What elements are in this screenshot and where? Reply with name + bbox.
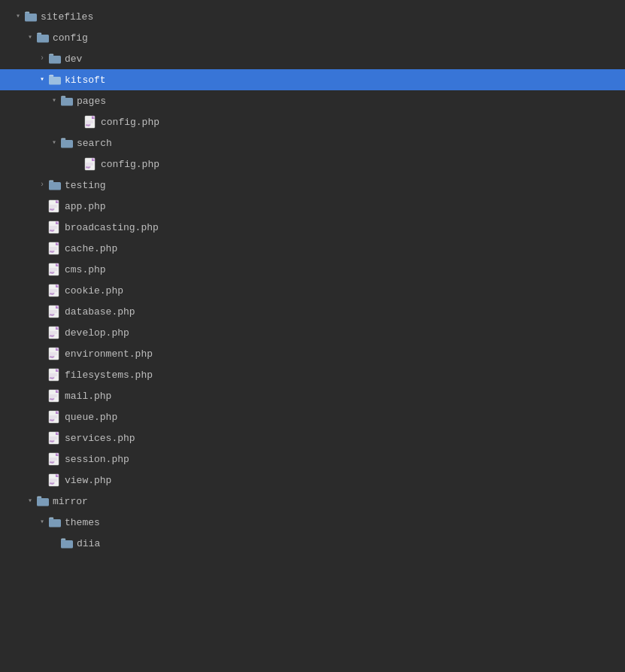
chevron-icon — [36, 74, 48, 86]
php-file-icon: PHP — [48, 452, 62, 466]
item-label: config.php — [101, 159, 159, 170]
item-label: database.php — [65, 306, 135, 318]
svg-text:PHP: PHP — [50, 482, 54, 485]
folder-icon — [36, 494, 50, 508]
folder-icon — [36, 31, 50, 44]
php-file-icon: PHP — [48, 305, 62, 318]
svg-rect-44 — [56, 284, 59, 287]
tree-item-pages[interactable]: pages — [0, 90, 625, 111]
php-file-icon: PHP — [48, 284, 62, 297]
tree-item-mail-php[interactable]: PHP mail.php — [0, 385, 625, 406]
tree-item-cookie-php[interactable]: PHP cookie.php — [0, 280, 625, 301]
php-file-icon: PHP — [84, 157, 98, 171]
svg-text:PHP: PHP — [50, 314, 54, 317]
tree-item-filesystems-php[interactable]: PHP filesystems.php — [0, 364, 625, 385]
tree-item-cms-php[interactable]: PHP cms.php — [0, 259, 625, 280]
tree-item-view-php[interactable]: PHP view.php — [0, 470, 625, 491]
svg-text:PHP: PHP — [50, 419, 54, 422]
tree-item-config-php-2[interactable]: PHP config.php — [0, 154, 625, 175]
svg-rect-9 — [92, 158, 95, 161]
folder-icon — [60, 537, 74, 550]
tree-item-themes[interactable]: themes — [0, 512, 625, 533]
chevron-icon — [12, 11, 24, 23]
tree-item-app-php[interactable]: PHP app.php — [0, 196, 625, 217]
chevron-icon — [24, 32, 36, 44]
svg-text:PHP: PHP — [50, 440, 54, 443]
php-file-icon: PHP — [48, 326, 62, 339]
tree-item-mirror[interactable]: mirror — [0, 491, 625, 512]
tree-item-database-php[interactable]: PHP database.php — [0, 301, 625, 322]
svg-rect-107 — [56, 474, 59, 477]
php-file-icon: PHP — [48, 242, 62, 255]
tree-item-broadcasting-php[interactable]: PHP broadcasting.php — [0, 217, 625, 238]
php-file-icon: PHP — [48, 220, 62, 234]
item-label: themes — [65, 517, 100, 528]
item-label: view.php — [65, 475, 111, 486]
item-label: sitefiles — [41, 11, 93, 23]
chevron-icon — [24, 495, 36, 507]
tree-item-queue-php[interactable]: PHP queue.php — [0, 406, 625, 427]
folder-icon — [48, 52, 62, 65]
item-label: mirror — [53, 496, 88, 507]
chevron-icon — [48, 137, 60, 149]
folder-icon — [60, 136, 74, 150]
item-label: diia — [77, 538, 100, 549]
svg-text:PHP: PHP — [50, 377, 54, 380]
chevron-icon — [36, 53, 48, 65]
item-label: config — [53, 32, 88, 44]
svg-text:PHP: PHP — [50, 251, 54, 254]
tree-item-testing[interactable]: testing — [0, 175, 625, 196]
svg-rect-37 — [56, 263, 59, 266]
php-file-icon: PHP — [48, 389, 62, 403]
svg-rect-23 — [56, 221, 59, 224]
tree-item-diia[interactable]: diia — [0, 533, 625, 554]
item-label: session.php — [65, 454, 129, 465]
folder-icon — [60, 94, 74, 108]
tree-item-sitefiles[interactable]: sitefiles — [0, 6, 625, 27]
svg-rect-30 — [56, 242, 59, 245]
item-label: search — [77, 138, 112, 149]
svg-text:PHP: PHP — [50, 335, 54, 338]
item-label: queue.php — [65, 412, 117, 423]
svg-text:PHP: PHP — [50, 208, 54, 211]
tree-item-services-php[interactable]: PHP services.php — [0, 427, 625, 449]
tree-item-dev[interactable]: dev — [0, 48, 625, 69]
svg-text:PHP: PHP — [50, 272, 54, 275]
item-label: cache.php — [65, 243, 117, 254]
svg-rect-72 — [56, 369, 59, 372]
svg-text:PHP: PHP — [50, 293, 54, 296]
tree-item-session-php[interactable]: PHP session.php — [0, 449, 625, 470]
php-file-icon: PHP — [48, 473, 62, 487]
chevron-icon — [36, 516, 48, 528]
item-label: config.php — [101, 117, 159, 128]
item-label: mail.php — [65, 391, 111, 402]
svg-rect-93 — [56, 432, 59, 435]
item-label: environment.php — [65, 348, 153, 360]
svg-rect-51 — [56, 306, 59, 309]
tree-item-config-php-1[interactable]: PHP config.php — [0, 111, 625, 132]
svg-text:PHP: PHP — [50, 356, 54, 359]
folder-icon — [48, 515, 62, 529]
php-file-icon: PHP — [48, 410, 62, 424]
item-label: cookie.php — [65, 285, 123, 296]
svg-text:PHP: PHP — [86, 166, 90, 169]
chevron-icon — [36, 179, 48, 191]
item-label: broadcasting.php — [65, 222, 159, 233]
tree-item-config[interactable]: config — [0, 27, 625, 48]
svg-text:PHP: PHP — [86, 124, 90, 127]
php-file-icon: PHP — [48, 347, 62, 360]
tree-item-cache-php[interactable]: PHP cache.php — [0, 238, 625, 259]
svg-rect-65 — [56, 348, 59, 351]
tree-item-environment-php[interactable]: PHP environment.php — [0, 343, 625, 364]
tree-item-develop-php[interactable]: PHP develop.php — [0, 322, 625, 343]
folder-icon — [48, 73, 62, 87]
item-label: dev — [65, 53, 82, 65]
folder-icon — [24, 10, 38, 23]
item-label: services.php — [65, 433, 135, 444]
item-label: cms.php — [65, 264, 106, 275]
tree-item-kitsoft[interactable]: kitsoft — [0, 69, 625, 90]
chevron-icon — [48, 95, 60, 107]
tree-item-search[interactable]: search — [0, 132, 625, 154]
svg-rect-100 — [56, 453, 59, 456]
svg-rect-16 — [56, 200, 59, 203]
